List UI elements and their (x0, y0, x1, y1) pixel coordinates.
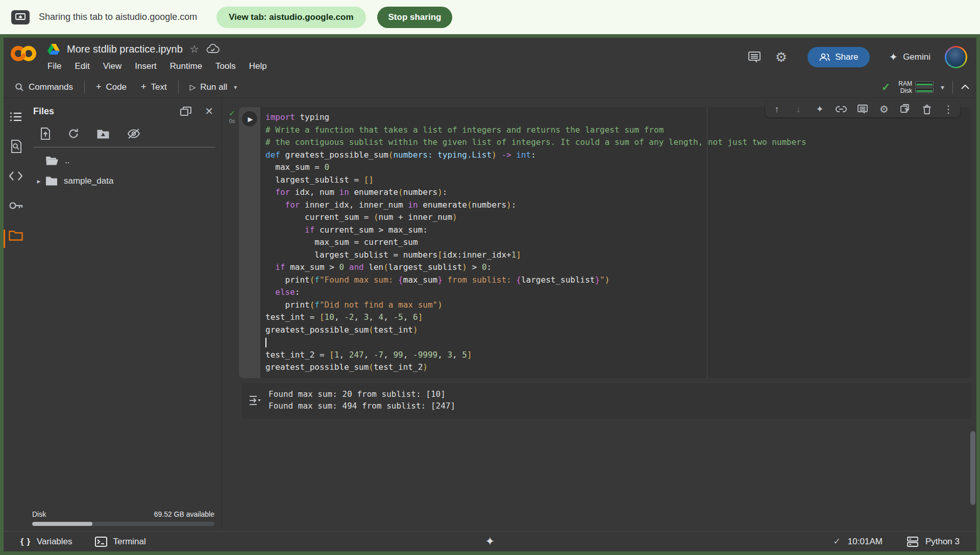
colab-logo[interactable] (10, 43, 37, 64)
file-tree: .. ▸ sample_data (28, 150, 222, 510)
terminal-icon (95, 537, 107, 547)
code-snippets-icon[interactable] (7, 167, 24, 185)
variables-label: Variables (37, 537, 72, 547)
gemini-button[interactable]: ✦ Gemini (889, 51, 930, 63)
more-cell-actions-icon[interactable]: ⋮ (943, 104, 954, 115)
output-lines: Found max sum: 20 from sublist: [10]Foun… (268, 388, 455, 412)
notebook-area: ↑ ↓ ✦ ⚙ (222, 98, 976, 531)
menu-edit[interactable]: Edit (75, 59, 96, 73)
cell-toolbar: ↑ ↓ ✦ ⚙ (765, 101, 960, 117)
variables-button[interactable]: { } Variables (20, 537, 72, 547)
share-button[interactable]: Share (807, 47, 869, 67)
gemini-spark-icon: ✦ (889, 51, 898, 63)
file-tree-item-sample-data[interactable]: ▸ sample_data (28, 171, 222, 191)
stop-sharing-button[interactable]: Stop sharing (377, 7, 453, 28)
add-text-cell-button[interactable]: + Text (134, 77, 174, 97)
user-avatar[interactable] (945, 46, 967, 68)
toolbar-divider (952, 81, 953, 94)
ram-usage-bar (915, 81, 934, 86)
menu-insert[interactable]: Insert (135, 59, 163, 73)
refresh-files-icon[interactable] (68, 128, 79, 140)
disk-usage-section: Disk 69.52 GB available (28, 510, 222, 531)
files-folder-icon[interactable] (7, 226, 24, 244)
view-tab-button[interactable]: View tab: aistudio.google.com (216, 7, 365, 28)
menu-tools[interactable]: Tools (215, 59, 242, 73)
cell-gutter: ▶ (239, 107, 260, 378)
commands-button[interactable]: Commands (8, 77, 80, 97)
run-all-button[interactable]: ▷ Run all ▾ (183, 77, 244, 97)
code-editor[interactable]: import typing# Write a function that tak… (260, 107, 971, 378)
mirror-cell-in-tab-button[interactable] (900, 104, 911, 115)
menu-help[interactable]: Help (249, 59, 274, 73)
code-line: if current_sum > max_sum: (265, 224, 971, 237)
chevron-up-icon (961, 85, 969, 89)
code-line: largest_sublist = numbers[idx:inner_idx+… (265, 249, 971, 262)
sharing-banner-text: Sharing this tab to aistudio.google.com (39, 12, 197, 22)
add-code-cell-button[interactable]: + Code (89, 77, 134, 97)
file-tree-item-parent[interactable]: .. (28, 150, 222, 171)
active-rail-indicator (4, 230, 5, 248)
close-panel-icon[interactable]: ✕ (205, 105, 213, 117)
code-line: greatest_possible_sum(test_int) (265, 324, 971, 337)
move-cell-down-button[interactable]: ↓ (793, 104, 804, 115)
resource-usage-bars[interactable] (915, 81, 934, 93)
output-options-icon[interactable] (249, 389, 261, 412)
code-line: test_int = [10, -2, 3, 4, -5, 6] (265, 311, 971, 324)
disk-available-text: 69.52 GB available (154, 510, 214, 518)
notebook-title[interactable]: More stdlib practice.ipynb (67, 43, 183, 55)
cell-settings-gear-icon[interactable]: ⚙ (878, 104, 890, 115)
menu-file[interactable]: File (47, 59, 68, 73)
output-line: Found max sum: 20 from sublist: [10] (268, 388, 455, 400)
open-in-new-window-icon[interactable] (180, 105, 191, 117)
secrets-key-icon[interactable] (7, 197, 24, 214)
toolbar-divider (84, 81, 85, 94)
disk-usage-bar (915, 88, 934, 93)
collapse-toolbar-button[interactable] (961, 85, 969, 89)
delete-cell-button[interactable] (921, 104, 933, 115)
copy-link-to-cell-button[interactable] (836, 104, 847, 115)
run-all-play-icon: ▷ (190, 83, 196, 92)
expand-folder-icon[interactable]: ▸ (32, 177, 45, 185)
files-panel: Files ✕ (28, 98, 222, 531)
drive-icon (47, 44, 60, 55)
terminal-button[interactable]: Terminal (95, 537, 146, 547)
notebook-toolbar: Commands + Code + Text ▷ Run all ▾ ✓ RAM… (4, 77, 976, 98)
upload-file-icon[interactable] (40, 128, 51, 140)
resources-caret-icon[interactable]: ▾ (941, 83, 944, 91)
code-line: print(f"Did not find a max sum") (265, 299, 971, 312)
status-spark-icon[interactable]: ✦ (485, 535, 495, 548)
cloud-saved-icon[interactable] (206, 44, 219, 54)
code-line: current_sum = (num + inner_num) (265, 211, 971, 224)
settings-gear-icon[interactable]: ⚙ (775, 49, 787, 65)
run-cell-button[interactable]: ▶ (242, 111, 257, 127)
notebook-scrollbar[interactable] (970, 431, 975, 505)
text-cursor (265, 338, 266, 347)
disk-usage-label: Disk (32, 510, 46, 518)
code-lines: import typing# Write a function that tak… (265, 111, 971, 374)
menu-runtime[interactable]: Runtime (170, 59, 209, 73)
move-cell-up-button[interactable]: ↑ (771, 104, 782, 115)
star-icon[interactable]: ☆ (190, 43, 199, 55)
code-line: # the contiguous sublist within the give… (265, 136, 971, 149)
find-replace-icon[interactable] (7, 138, 24, 155)
run-all-caret-icon: ▾ (234, 84, 237, 91)
gemini-label: Gemini (903, 52, 930, 62)
add-comment-button[interactable] (857, 104, 868, 115)
table-of-contents-icon[interactable] (7, 108, 24, 125)
output-line: Found max sum: 494 from sublist: [247] (268, 400, 455, 412)
code-line: max_sum = current_sum (265, 236, 971, 249)
resource-labels: RAM Disk (898, 81, 912, 94)
code-line: for idx, num in enumerate(numbers): (265, 186, 971, 199)
braces-icon: { } (20, 537, 31, 546)
code-line: largest_sublist = [] (265, 174, 971, 187)
tab-sharing-banner: Sharing this tab to aistudio.google.com … (0, 0, 980, 34)
add-code-label: Code (106, 82, 127, 92)
comments-button[interactable] (748, 51, 761, 63)
runtime-type-label[interactable]: Python 3 (925, 537, 960, 547)
menu-view[interactable]: View (103, 59, 129, 73)
cell-exec-status: ✓ 0s (225, 107, 239, 378)
gemini-cell-spark-icon[interactable]: ✦ (814, 104, 825, 115)
mount-drive-icon[interactable] (96, 128, 110, 140)
toggle-hidden-files-icon[interactable] (127, 128, 140, 140)
plus-icon: + (141, 82, 146, 92)
